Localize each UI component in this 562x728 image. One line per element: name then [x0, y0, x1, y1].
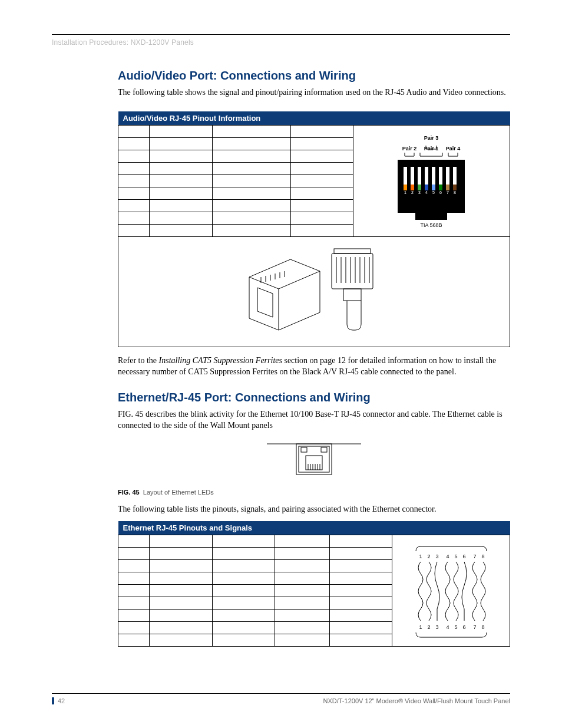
page-footer: 42 NXD/T-1200V 12" Modero® Video Wall/Fl… [52, 693, 510, 704]
svg-text:6: 6 [462, 624, 465, 630]
svg-text:8: 8 [481, 554, 484, 559]
svg-text:1: 1 [405, 190, 407, 195]
svg-rect-52 [321, 447, 327, 452]
av-pinout-table: Audio/Video RJ-45 Pinout Information Pai… [118, 111, 510, 347]
svg-text:Pair 4: Pair 4 [446, 146, 461, 151]
svg-text:6: 6 [440, 190, 442, 195]
svg-rect-20 [446, 185, 449, 190]
svg-text:7: 7 [473, 624, 476, 630]
svg-text:3: 3 [435, 624, 438, 630]
svg-rect-37 [332, 253, 373, 289]
svg-text:4: 4 [446, 624, 449, 630]
svg-rect-19 [439, 185, 442, 190]
svg-text:TIA 568B: TIA 568B [421, 222, 442, 228]
svg-text:7: 7 [473, 554, 476, 559]
svg-text:1: 1 [419, 624, 422, 630]
eth-table-title: Ethernet RJ-45 Pinouts and Signals [118, 521, 510, 535]
svg-rect-15 [411, 185, 414, 190]
section1-intro: The following table shows the signal and… [118, 87, 510, 98]
svg-rect-16 [418, 185, 421, 190]
rj45-tia568b-diagram: Pair 3 Pair 2 Pair 1 Pair 4 [353, 125, 510, 236]
ethernet-led-figure [118, 438, 510, 482]
svg-rect-17 [425, 185, 428, 190]
page-header-breadcrumb: Installation Procedures: NXD-1200V Panel… [52, 38, 510, 47]
svg-rect-5 [415, 205, 447, 220]
svg-rect-47 [343, 289, 361, 301]
svg-text:8: 8 [481, 624, 484, 630]
svg-text:5: 5 [433, 190, 435, 195]
section2-post-fig: The following table lists the pinouts, s… [118, 504, 510, 515]
ethernet-pinout-table: Ethernet RJ-45 Pinouts and Signals 12 34… [118, 521, 510, 647]
svg-text:4: 4 [446, 554, 449, 559]
svg-text:7: 7 [447, 190, 449, 195]
svg-rect-51 [301, 447, 307, 452]
svg-text:2: 2 [427, 624, 430, 630]
section1-title: Audio/Video Port: Connections and Wiring [118, 69, 510, 83]
svg-rect-38 [334, 249, 371, 253]
svg-rect-50 [299, 446, 329, 472]
svg-text:Pair 3: Pair 3 [424, 135, 439, 141]
svg-text:3: 3 [419, 190, 421, 195]
svg-text:2: 2 [412, 190, 414, 195]
svg-rect-14 [404, 185, 407, 190]
svg-rect-18 [432, 185, 435, 190]
svg-text:5: 5 [454, 624, 457, 630]
section1-note: Refer to the Installing CAT5 Suppression… [118, 355, 510, 378]
rj45-coupler-diagram [237, 242, 391, 342]
svg-text:6: 6 [462, 554, 465, 559]
svg-text:2: 2 [427, 554, 430, 559]
svg-text:3: 3 [435, 554, 438, 559]
section2-title: Ethernet/RJ-45 Port: Connections and Wir… [118, 391, 510, 404]
ethernet-pairing-diagram: 12 34 56 78 [392, 535, 510, 647]
svg-text:1: 1 [419, 554, 422, 559]
svg-text:Pair 2: Pair 2 [402, 146, 417, 151]
page-number: 42 [52, 697, 65, 704]
av-table-title: Audio/Video RJ-45 Pinout Information [118, 111, 510, 126]
section2-intro: FIG. 45 describes the blink activity for… [118, 409, 510, 431]
doc-title-footer: NXD/T-1200V 12" Modero® Video Wall/Flush… [323, 697, 510, 704]
svg-text:8: 8 [454, 190, 457, 195]
svg-rect-21 [453, 185, 457, 190]
svg-text:4: 4 [426, 190, 428, 195]
svg-text:5: 5 [454, 554, 457, 559]
fig45-caption: FIG. 45 Layout of Ethernet LEDs [118, 489, 510, 496]
